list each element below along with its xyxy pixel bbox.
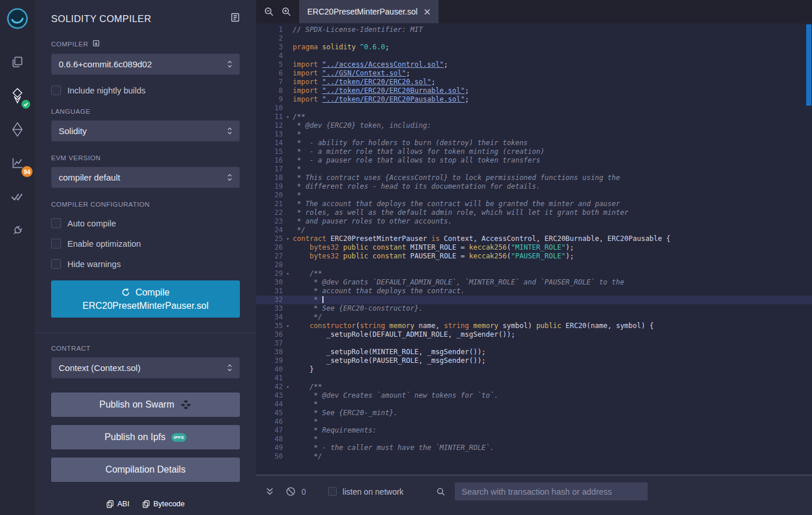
code-line[interactable]: 3pragma solidity ^0.6.0; <box>256 43 812 52</box>
checkbox-box <box>51 259 61 269</box>
code-line[interactable]: 14 * - ability for holders to burn (dest… <box>256 139 812 147</box>
copy-bytecode-button[interactable]: Bytecode <box>142 499 185 508</box>
listen-on-network-label: listen on network <box>343 487 404 496</box>
compiler-version-icon[interactable] <box>92 39 100 48</box>
sidebar-icon-file-explorer[interactable] <box>0 45 35 79</box>
code-line[interactable]: 24 */ <box>256 226 812 235</box>
compilation-details-button[interactable]: Compilation Details <box>51 458 240 482</box>
publish-swarm-button[interactable]: Publish on Swarm <box>51 392 240 417</box>
code-line[interactable]: 11▾/** <box>256 113 812 121</box>
auto-compile-checkbox[interactable]: Auto compile <box>51 218 240 228</box>
compiler-version-select[interactable]: 0.6.6+commit.6c089d02 <box>51 53 240 75</box>
evm-version-value: compiler default <box>59 172 120 182</box>
code-line[interactable]: 10 <box>256 104 812 113</box>
code-line[interactable]: 4 <box>256 52 812 60</box>
code-line[interactable]: 41 <box>256 374 812 383</box>
remix-ide: 94 SOLIDITY COMPILER <box>0 0 812 515</box>
compile-button[interactable]: Compile ERC20PresetMinterPauser.sol <box>51 280 240 318</box>
code-line[interactable]: 44 * <box>256 400 812 409</box>
zoom-out-icon[interactable] <box>264 6 274 17</box>
contract-label: CONTRACT <box>51 345 240 352</box>
code-line[interactable]: 49 * - the caller must have the `MINTER_… <box>256 444 812 452</box>
contract-select[interactable]: Context (Context.sol) <box>51 357 240 379</box>
documentation-icon[interactable] <box>231 13 240 24</box>
code-line[interactable]: 33 * See {ERC20-constructor}. <box>256 304 812 313</box>
code-line[interactable]: 7import "../token/ERC20/ERC20.sol"; <box>256 78 812 87</box>
code-line[interactable]: 39 _setupRole(PAUSER_ROLE, _msgSender())… <box>256 356 812 365</box>
code-line[interactable]: 29▾ /** <box>256 269 812 278</box>
code-line[interactable]: 1// SPDX-License-Identifier: MIT <box>256 26 812 34</box>
code-line[interactable]: 46 * <box>256 417 812 426</box>
language-label: LANGUAGE <box>51 108 240 115</box>
code-line[interactable]: 40 } <box>256 365 812 374</box>
evm-version-select[interactable]: compiler default <box>51 167 240 188</box>
ethereum-deploy-icon <box>12 122 23 137</box>
code-line[interactable]: 26 bytes32 public constant MINTER_ROLE =… <box>256 243 812 252</box>
checkbox-box <box>51 85 61 95</box>
code-line[interactable]: 48 * <box>256 435 812 444</box>
tab-close-icon[interactable] <box>424 9 430 15</box>
code-line[interactable]: 20 * <box>256 191 812 200</box>
tab-erc20presetminterpauser[interactable]: ERC20PresetMinterPauser.sol <box>299 0 439 23</box>
checkbox-box <box>51 239 61 249</box>
ipfs-icon: IPFS <box>171 433 186 442</box>
icon-panel: 94 <box>0 0 35 515</box>
code-line[interactable]: 16 * - a pauser role that allows to stop… <box>256 156 812 165</box>
code-line[interactable]: 30 * @dev Grants `DEFAULT_ADMIN_ROLE`, `… <box>256 278 812 287</box>
zoom-in-icon[interactable] <box>281 6 292 17</box>
code-line[interactable]: 31 * account that deploys the contract. <box>256 287 812 296</box>
code-line[interactable]: 36 _setupRole(DEFAULT_ADMIN_ROLE, _msgSe… <box>256 330 812 339</box>
sidebar-icon-plugin-manager[interactable] <box>0 214 35 247</box>
code-line[interactable]: 27 bytes32 public constant PAUSER_ROLE =… <box>256 252 812 261</box>
code-line[interactable]: 45 * See {ERC20-_mint}. <box>256 409 812 417</box>
code-line[interactable]: 12 * @dev {ERC20} token, including: <box>256 121 812 130</box>
code-line[interactable]: 5import "../access/AccessControl.sol"; <box>256 60 812 69</box>
language-select[interactable]: Solidity <box>51 120 240 142</box>
code-line[interactable]: 34 */ <box>256 313 812 322</box>
remix-logo[interactable] <box>6 7 29 30</box>
editor-area: ERC20PresetMinterPauser.sol 1// SPDX-Lic… <box>256 0 812 515</box>
copy-abi-button[interactable]: ABI <box>106 499 130 508</box>
clear-console-icon[interactable] <box>286 487 296 496</box>
code-line[interactable]: 38 _setupRole(MINTER_ROLE, _msgSender())… <box>256 348 812 356</box>
code-line[interactable]: 21 * The account that deploys the contra… <box>256 200 812 208</box>
enable-optimization-checkbox[interactable]: Enable optimization <box>51 239 240 249</box>
code-line[interactable]: 28 <box>256 261 812 269</box>
code-line[interactable]: 19 * different roles - head to its docum… <box>256 182 812 191</box>
code-line[interactable]: 23 * and pauser roles to other accounts. <box>256 217 812 226</box>
tab-bar: ERC20PresetMinterPauser.sol <box>256 0 812 23</box>
code-line[interactable]: 37 <box>256 339 812 348</box>
pending-tx-count: 0 <box>301 487 306 496</box>
check-icon <box>23 102 28 107</box>
sidebar-icon-solidity-compiler[interactable] <box>0 79 35 113</box>
code-line[interactable]: 6import "../GSN/Context.sol"; <box>256 69 812 78</box>
code-line[interactable]: 15 * - a minter role that allows for tok… <box>256 147 812 156</box>
code-line[interactable]: 43 * @dev Creates `amount` new tokens fo… <box>256 391 812 400</box>
publish-ipfs-button[interactable]: Publish on Ipfs IPFS <box>51 425 240 449</box>
sidebar-icon-unit-testing[interactable] <box>0 180 35 214</box>
editor-scrollbar[interactable] <box>806 24 811 106</box>
code-line[interactable]: 8import "../token/ERC20/ERC20Burnable.so… <box>256 87 812 95</box>
terminal-search-input[interactable] <box>455 482 648 500</box>
terminal-expand-icon[interactable] <box>265 487 274 496</box>
listen-on-network-checkbox[interactable]: listen on network <box>328 487 404 496</box>
include-nightly-checkbox[interactable]: Include nightly builds <box>51 85 240 95</box>
code-line[interactable]: 42▾ /** <box>256 383 812 391</box>
code-line[interactable]: 22 * roles, as well as the default admin… <box>256 208 812 217</box>
code-line[interactable]: 9import "../token/ERC20/ERC20Pausable.so… <box>256 95 812 104</box>
sidebar-icon-deploy-run[interactable] <box>0 113 35 146</box>
code-line[interactable]: 35▾ constructor(string memory name, stri… <box>256 322 812 330</box>
sidebar-icon-analysis[interactable]: 94 <box>0 146 35 180</box>
code-line[interactable]: 18 * This contract uses {AccessControl} … <box>256 174 812 182</box>
code-line[interactable]: 47 * Requirements: <box>256 426 812 435</box>
code-line[interactable]: 32 * <box>256 296 812 304</box>
terminal: 0 listen on network <box>256 474 812 515</box>
compiler-label: COMPILER <box>51 39 240 48</box>
code-line[interactable]: 2 <box>256 34 812 43</box>
code-line[interactable]: 25▾contract ERC20PresetMinterPauser is C… <box>256 235 812 243</box>
code-line[interactable]: 13 * <box>256 130 812 139</box>
code-editor[interactable]: 1// SPDX-License-Identifier: MIT23pragma… <box>256 23 812 474</box>
code-line[interactable]: 17 * <box>256 165 812 174</box>
hide-warnings-checkbox[interactable]: Hide warnings <box>51 259 240 269</box>
code-line[interactable]: 50 */ <box>256 452 812 461</box>
